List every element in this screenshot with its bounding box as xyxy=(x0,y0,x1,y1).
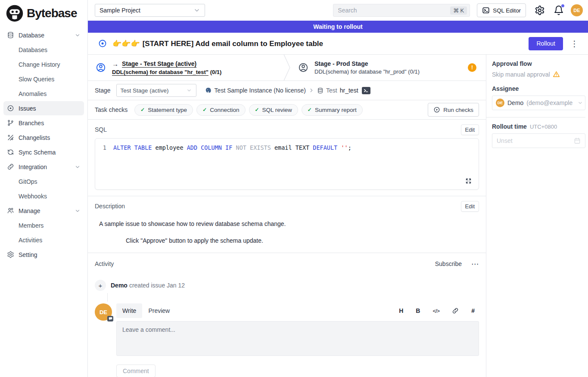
comment-input[interactable] xyxy=(116,321,479,356)
check-icon: ✓ xyxy=(308,107,312,113)
task-check-label: Summary report xyxy=(315,107,357,113)
skip-approval-text: Skip manual approval xyxy=(492,71,550,78)
bold-icon[interactable]: B xyxy=(416,307,420,314)
sidebar-item-manage[interactable]: Manage xyxy=(3,204,84,218)
sidebar-item-change-history[interactable]: Change History xyxy=(3,57,84,71)
sql-editor-label: SQL Editor xyxy=(493,7,521,14)
activity-label: Activity xyxy=(95,260,114,267)
stage-separator xyxy=(283,55,290,80)
sidebar-item-label: Members xyxy=(19,222,44,229)
sidebar-item-label: Databases xyxy=(19,46,47,53)
run-checks-button[interactable]: Run checks xyxy=(428,103,479,117)
sidebar-item-label: Webhooks xyxy=(19,193,47,200)
instance-link[interactable]: Test Sample Instance (No license) xyxy=(215,87,306,94)
chevron-down-icon xyxy=(75,164,81,170)
sidebar-item-gitops[interactable]: GitOps xyxy=(3,174,84,188)
task-check-connection[interactable]: ✓Connection xyxy=(196,104,245,116)
sync-icon xyxy=(7,148,14,156)
tab-write[interactable]: Write xyxy=(116,303,142,318)
link-icon[interactable] xyxy=(452,307,459,314)
database-link[interactable]: hr_test xyxy=(340,87,358,94)
sidebar-item-branches[interactable]: Branches xyxy=(3,116,84,130)
person-circle-icon xyxy=(298,62,308,73)
code-icon[interactable]: </> xyxy=(432,308,439,314)
sidebar-item-changelists[interactable]: Changelists xyxy=(3,130,84,145)
project-selector-value: Sample Project xyxy=(100,7,140,14)
rollout-time-picker[interactable]: Unset xyxy=(492,133,585,148)
sql-edit-button[interactable]: Edit xyxy=(461,124,479,135)
user-avatar[interactable]: DE xyxy=(571,4,583,16)
current-stage-arrow: → xyxy=(112,60,118,68)
hash-icon[interactable]: # xyxy=(471,307,475,314)
search-input[interactable] xyxy=(338,7,450,14)
task-check-summary-report[interactable]: ✓Summary report xyxy=(302,104,363,116)
sidebar-item-database[interactable]: Database xyxy=(3,28,84,42)
users-icon xyxy=(7,207,14,214)
sidebar: Bytebase DatabaseDatabasesChange History… xyxy=(0,0,88,377)
description-edit-button[interactable]: Edit xyxy=(461,201,479,212)
sql-section: SQL Edit 1 ALTER TABLE employee ADD COLU… xyxy=(88,120,486,196)
sidebar-item-setting[interactable]: Setting xyxy=(3,247,84,262)
sidebar-item-databases[interactable]: Databases xyxy=(3,43,84,57)
tab-preview[interactable]: Preview xyxy=(142,303,176,318)
terminal-icon xyxy=(482,6,490,14)
bell-icon[interactable] xyxy=(554,5,564,15)
assignee-selector[interactable]: DE Demo (demo@example xyxy=(492,96,585,110)
comment-submit-button[interactable]: Comment xyxy=(116,365,156,377)
activity-event: + Democreated issue Jan 12 xyxy=(95,280,479,291)
sidebar-item-label: Anomalies xyxy=(19,90,47,97)
heading-icon[interactable]: H xyxy=(399,307,403,314)
sql-editor-button[interactable]: SQL Editor xyxy=(477,3,526,17)
database-icon xyxy=(317,87,324,94)
search-shortcut-badge: ⌘ K xyxy=(450,6,467,15)
run-checks-label: Run checks xyxy=(443,107,473,113)
issue-icon xyxy=(7,105,14,112)
sidebar-item-integration[interactable]: Integration xyxy=(3,160,84,174)
avatar: DE xyxy=(496,99,504,107)
stage-progress: (0/1) xyxy=(408,68,420,75)
stage-card-prod[interactable]: Stage - Prod Stage DDL(schema) for datab… xyxy=(290,55,486,80)
stage-dropdown-value: Test Stage (active) xyxy=(121,87,169,94)
stage-task: DDL(schema) for database "hr_test" (0/1) xyxy=(112,69,221,75)
sidebar-item-label: GitOps xyxy=(19,178,37,185)
timeline-connector xyxy=(107,293,108,302)
speech-bubble-icon xyxy=(107,316,113,321)
sql-editor[interactable]: 1 ALTER TABLE employee ADD COLUMN IF NOT… xyxy=(95,138,479,190)
more-options-icon[interactable]: ⋯ xyxy=(471,260,479,269)
subscribe-button[interactable]: Subscribe xyxy=(435,260,462,267)
sidebar-item-webhooks[interactable]: Webhooks xyxy=(3,189,84,203)
activity-section: Activity Subscribe ⋯ + Democreated issue… xyxy=(88,253,486,302)
stage-progress: (0/1) xyxy=(210,69,222,75)
task-check-list: ✓Statement type✓Connection✓SQL review✓Su… xyxy=(134,104,362,116)
rollout-time-label: Rollout time xyxy=(492,123,527,130)
task-checks-row: Task checks ✓Statement type✓Connection✓S… xyxy=(88,100,486,120)
sidebar-item-label: Branches xyxy=(19,120,44,127)
sidebar-item-members[interactable]: Members xyxy=(3,218,84,232)
kebab-menu-icon[interactable]: ⋮ xyxy=(570,40,579,48)
approval-flow-title: Approval flow xyxy=(492,60,585,67)
brand-logo[interactable]: Bytebase xyxy=(0,0,87,27)
gear-icon[interactable] xyxy=(535,5,545,15)
pointing-emoji: 👉👉👉 xyxy=(112,40,140,48)
rollout-button[interactable]: Rollout xyxy=(529,37,563,50)
sidebar-item-issues[interactable]: Issues xyxy=(3,101,84,115)
task-check-statement-type[interactable]: ✓Statement type xyxy=(134,104,193,116)
task-check-label: Statement type xyxy=(148,107,187,113)
sidebar-item-label: Changelists xyxy=(19,134,50,141)
sidebar-nav: DatabaseDatabasesChange HistorySlow Quer… xyxy=(0,27,87,263)
chevron-down-icon xyxy=(193,7,200,14)
rollout-time-row: Rollout time UTC+0800 xyxy=(492,123,585,130)
check-icon: ✓ xyxy=(140,107,145,113)
stage-card-test[interactable]: → Stage - Test Stage (active) DDL(schema… xyxy=(88,55,283,80)
sidebar-item-sync-schema[interactable]: Sync Schema xyxy=(3,145,84,159)
expand-icon[interactable] xyxy=(465,178,472,184)
sidebar-item-anomalies[interactable]: Anomalies xyxy=(3,87,84,101)
sidebar-item-slow-queries[interactable]: Slow Queries xyxy=(3,72,84,86)
stage-dropdown[interactable]: Test Stage (active) xyxy=(116,84,196,97)
assignee-email: (demo@example xyxy=(526,99,572,106)
warning-triangle-icon xyxy=(553,71,560,78)
open-sql-console-icon[interactable] xyxy=(362,87,370,94)
sidebar-item-activities[interactable]: Activities xyxy=(3,233,84,247)
project-selector[interactable]: Sample Project xyxy=(95,4,205,17)
task-check-sql-review[interactable]: ✓SQL review xyxy=(249,104,298,116)
